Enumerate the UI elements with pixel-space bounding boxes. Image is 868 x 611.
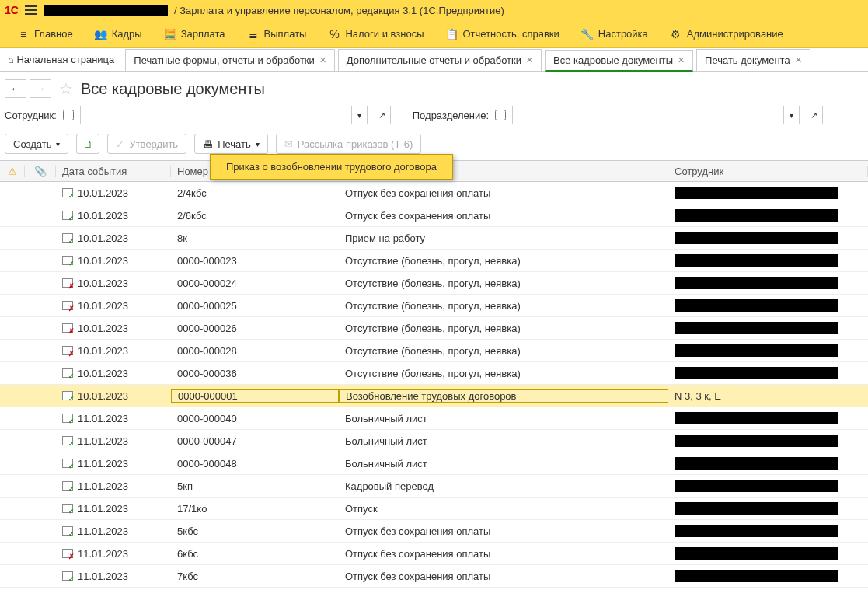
department-filter-field[interactable]: ▾ xyxy=(512,106,800,124)
date-value: 10.01.2023 xyxy=(78,210,128,222)
table-row[interactable]: 11.01.202317/1коОтпуск xyxy=(0,498,868,520)
table-row[interactable]: 11.01.20236кбсОтпуск без сохранения опла… xyxy=(0,543,868,565)
tab-strip: ⌂ Начальная страница Печатные формы, отч… xyxy=(0,48,868,72)
employee-filter-checkbox[interactable] xyxy=(63,110,74,120)
document-error-icon xyxy=(62,278,73,288)
page-title: Все кадровые документы xyxy=(81,80,265,98)
employee-redacted xyxy=(675,299,838,312)
table-row[interactable]: 10.01.20230000-000001Возобновление трудо… xyxy=(0,385,868,407)
date-value: 10.01.2023 xyxy=(78,187,128,199)
paperclip-icon: 📎 xyxy=(34,166,47,177)
cell-number: 0000-000025 xyxy=(171,300,339,312)
menu-salary[interactable]: 🧮Зарплата xyxy=(153,20,236,47)
document-ok-icon xyxy=(62,504,73,513)
employee-redacted xyxy=(675,525,838,537)
table-row[interactable]: 10.01.20232/6кбсОтпуск без сохранения оп… xyxy=(0,204,868,227)
document-ok-icon xyxy=(62,391,73,400)
cell-number: 17/1ко xyxy=(171,503,339,515)
app-logo-icon: 1C xyxy=(5,4,19,16)
nav-forward-button[interactable]: → xyxy=(30,79,51,98)
employee-filter-field[interactable]: ▾ xyxy=(80,106,368,124)
close-icon[interactable]: ✕ xyxy=(678,55,685,65)
close-icon[interactable]: ✕ xyxy=(319,55,326,65)
department-open-button[interactable]: ↗ xyxy=(806,106,823,124)
print-menu-item-resume-order[interactable]: Приказ о возобновлении трудового договор… xyxy=(226,161,437,173)
menu-reports[interactable]: 📋Отчетность, справки xyxy=(435,20,570,47)
col-attachment[interactable]: 📎 xyxy=(25,166,56,177)
check-icon: ✓ xyxy=(116,138,124,150)
tab-all-hr-docs[interactable]: Все кадровые документы ✕ xyxy=(545,50,693,72)
gear-icon: ⚙ xyxy=(670,28,682,40)
tab-additional-reports[interactable]: Дополнительные отчеты и обработки ✕ xyxy=(338,49,542,71)
table-row[interactable]: 11.01.20230000-000047Больничный лист xyxy=(0,430,868,452)
tab-label: Все кадровые документы xyxy=(553,54,673,66)
col-date[interactable]: Дата события↓ xyxy=(56,166,171,177)
document-ok-icon xyxy=(62,211,73,220)
department-filter-checkbox[interactable] xyxy=(495,110,506,120)
date-value: 11.01.2023 xyxy=(78,571,128,582)
menu-main[interactable]: ≡Главное xyxy=(6,20,84,47)
cell-date: 10.01.2023 xyxy=(56,232,171,244)
employee-redacted xyxy=(675,502,838,515)
employee-open-button[interactable]: ↗ xyxy=(374,106,391,124)
menu-settings[interactable]: 🔧Настройка xyxy=(570,20,659,47)
department-filter-input[interactable] xyxy=(513,106,783,124)
menu-admin[interactable]: ⚙Администрирование xyxy=(659,20,794,47)
menu-personnel[interactable]: 👥Кадры xyxy=(84,20,153,47)
table-row[interactable]: 10.01.20230000-000036Отсутствие (болезнь… xyxy=(0,362,868,385)
tab-label: Дополнительные отчеты и обработки xyxy=(347,54,521,66)
table-row[interactable]: 11.01.20235кпКадровый перевод xyxy=(0,475,868,498)
menu-taxes[interactable]: %Налоги и взносы xyxy=(317,20,434,47)
dropdown-icon[interactable]: ▾ xyxy=(783,106,799,124)
tab-print-forms[interactable]: Печатные формы, отчеты и обработки ✕ xyxy=(125,49,335,71)
approve-button[interactable]: ✓ Утвердить xyxy=(107,134,186,154)
employee-redacted xyxy=(675,187,838,199)
print-button[interactable]: 🖶 Печать ▾ xyxy=(194,134,268,154)
document-ok-icon xyxy=(62,526,73,536)
print-dropdown-menu[interactable]: Приказ о возобновлении трудового договор… xyxy=(210,154,453,180)
filter-row: Сотрудник: ▾ ↗ Подразделение: ▾ ↗ xyxy=(0,103,868,131)
refresh-button[interactable]: 🗋 xyxy=(76,134,99,154)
cell-employee xyxy=(668,547,868,560)
home-tab[interactable]: ⌂ Начальная страница xyxy=(0,48,122,71)
cell-date: 10.01.2023 xyxy=(56,255,171,267)
cell-type: Отпуск без сохранения оплаты xyxy=(339,525,668,537)
cell-number: 0000-000026 xyxy=(171,323,339,334)
cell-number: 8к xyxy=(171,232,339,244)
close-icon[interactable]: ✕ xyxy=(526,55,533,65)
home-tab-label: Начальная страница xyxy=(16,54,114,65)
create-button[interactable]: Создать ▾ xyxy=(5,134,68,154)
favorite-star-icon[interactable]: ☆ xyxy=(59,79,73,98)
table-row[interactable]: 10.01.20232/4кбсОтпуск без сохранения оп… xyxy=(0,182,868,204)
table-row[interactable]: 10.01.20230000-000025Отсутствие (болезнь… xyxy=(0,295,868,317)
document-ok-icon xyxy=(62,459,73,468)
menu-payments-label: Выплаты xyxy=(264,28,307,40)
table-row[interactable]: 10.01.20230000-000024Отсутствие (болезнь… xyxy=(0,272,868,295)
employee-redacted xyxy=(675,570,838,582)
employee-redacted xyxy=(675,277,838,289)
tab-print-document[interactable]: Печать документа ✕ xyxy=(696,49,810,71)
employee-redacted xyxy=(675,232,838,244)
dropdown-icon[interactable]: ▾ xyxy=(351,106,367,124)
table-row[interactable]: 10.01.20230000-000023Отсутствие (болезнь… xyxy=(0,250,868,272)
table-row[interactable]: 11.01.20230000-000040Больничный лист xyxy=(0,407,868,430)
table-row[interactable]: 11.01.20230000-000048Больничный лист xyxy=(0,452,868,475)
approve-label: Утвердить xyxy=(129,138,178,150)
table-row[interactable]: 11.01.20235кбсОтпуск без сохранения опла… xyxy=(0,520,868,543)
menu-payments[interactable]: ≣Выплаты xyxy=(236,20,318,47)
mailing-button[interactable]: ✉ Рассылка приказов (Т-6) xyxy=(276,134,422,154)
col-flag[interactable]: ⚠ xyxy=(0,166,25,177)
hamburger-icon[interactable] xyxy=(25,5,37,15)
table-row[interactable]: 10.01.20230000-000028Отсутствие (болезнь… xyxy=(0,340,868,362)
table-row[interactable]: 10.01.20230000-000026Отсутствие (болезнь… xyxy=(0,317,868,340)
employee-filter-input[interactable] xyxy=(81,106,351,124)
employee-value: N 3, 3 к, Е xyxy=(675,390,721,402)
cell-employee xyxy=(668,277,868,289)
mail-icon: ✉ xyxy=(284,138,293,150)
table-row[interactable]: 10.01.20238кПрием на работу xyxy=(0,227,868,250)
close-icon[interactable]: ✕ xyxy=(795,55,802,65)
col-employee[interactable]: Сотрудник xyxy=(668,166,868,177)
percent-icon: % xyxy=(328,28,340,40)
nav-back-button[interactable]: ← xyxy=(5,79,26,98)
table-row[interactable]: 11.01.20237кбсОтпуск без сохранения опла… xyxy=(0,565,868,588)
